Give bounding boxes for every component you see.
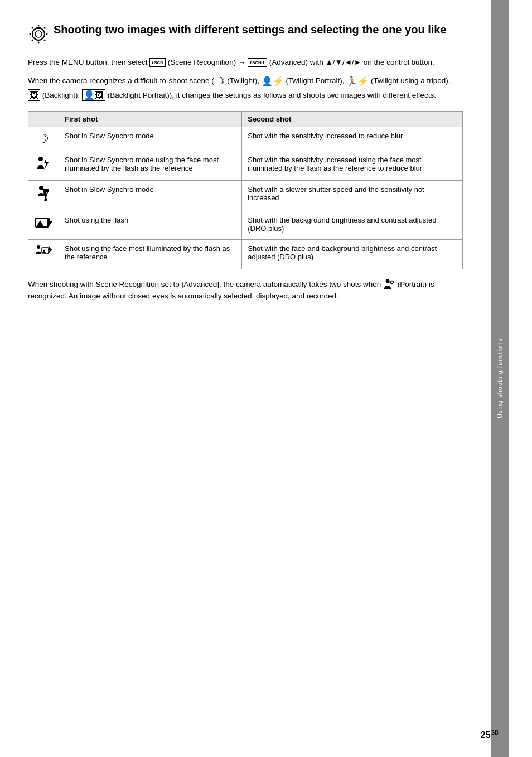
- row-icon-backlight: [28, 211, 59, 240]
- intro-para-1: Press the MENU button, then select iSCN …: [28, 57, 463, 68]
- row-second-shot-twilight-portrait: Shot with the sensitivity increased usin…: [242, 151, 463, 181]
- svg-point-8: [32, 40, 33, 41]
- svg-point-7: [44, 27, 46, 29]
- svg-point-21: [391, 281, 394, 284]
- row-icon-backlight-portrait: [28, 240, 59, 269]
- svg-point-1: [35, 31, 42, 37]
- scn-icon-1: iSCN: [149, 58, 166, 67]
- row-second-shot-backlight-portrait: Shot with the face and background bright…: [242, 240, 463, 269]
- table-row: Shot in Slow Synchro mode Shot with a sl…: [28, 181, 463, 211]
- row-first-shot-twilight: Shot in Slow Synchro mode: [59, 127, 242, 151]
- footer-note: When shooting with Scene Recognition set…: [28, 278, 463, 302]
- row-first-shot-backlight-portrait: Shot using the face most illuminated by …: [59, 240, 242, 269]
- svg-point-9: [44, 40, 46, 41]
- row-second-shot-tripod: Shot with a slower shutter speed and the…: [242, 181, 463, 211]
- row-second-shot-twilight: Shot with the sensitivity increased to r…: [242, 127, 463, 151]
- row-first-shot-backlight: Shot using the flash: [59, 211, 242, 240]
- svg-point-0: [32, 28, 45, 40]
- svg-point-6: [32, 27, 33, 29]
- intro-para-2: When the camera recognizes a difficult-t…: [28, 74, 463, 102]
- main-content: Shooting two images with different setti…: [0, 0, 491, 757]
- svg-point-2: [38, 25, 40, 27]
- title-section: Shooting two images with different setti…: [28, 22, 463, 48]
- side-tab: Using shooting functions: [491, 0, 509, 757]
- title-icon: [28, 23, 49, 48]
- svg-point-18: [37, 245, 40, 249]
- page-title: Shooting two images with different setti…: [54, 22, 447, 37]
- svg-rect-10: [36, 27, 41, 29]
- row-first-shot-twilight-portrait: Shot in Slow Synchro mode using the face…: [59, 151, 242, 181]
- table-row: Shot using the face most illuminated by …: [28, 240, 463, 269]
- svg-point-12: [39, 186, 43, 190]
- table-row: Shot using the flash Shot with the backg…: [28, 211, 463, 240]
- row-icon-twilight-portrait: [28, 151, 59, 181]
- svg-point-5: [46, 33, 48, 35]
- svg-point-11: [38, 157, 43, 161]
- svg-rect-16: [43, 189, 49, 192]
- row-icon-tripod: [28, 181, 59, 211]
- svg-point-20: [386, 279, 390, 283]
- row-first-shot-tripod: Shot in Slow Synchro mode: [59, 181, 242, 211]
- row-icon-twilight: ☽: [28, 127, 59, 151]
- col-icon-header: [28, 112, 59, 127]
- svg-point-3: [38, 42, 40, 44]
- svg-point-4: [30, 33, 31, 35]
- row-second-shot-backlight: Shot with the background brightness and …: [242, 211, 463, 240]
- col-second-shot-header: Second shot: [242, 112, 463, 127]
- table-row: Shot in Slow Synchro mode using the face…: [28, 151, 463, 181]
- page-number: 25GB: [481, 730, 499, 740]
- col-first-shot-header: First shot: [59, 112, 242, 127]
- comparison-table: First shot Second shot ☽ Shot in Slow Sy…: [28, 111, 463, 269]
- table-row: ☽ Shot in Slow Synchro mode Shot with th…: [28, 127, 463, 151]
- scn-icon-2: iSCN+: [248, 58, 267, 67]
